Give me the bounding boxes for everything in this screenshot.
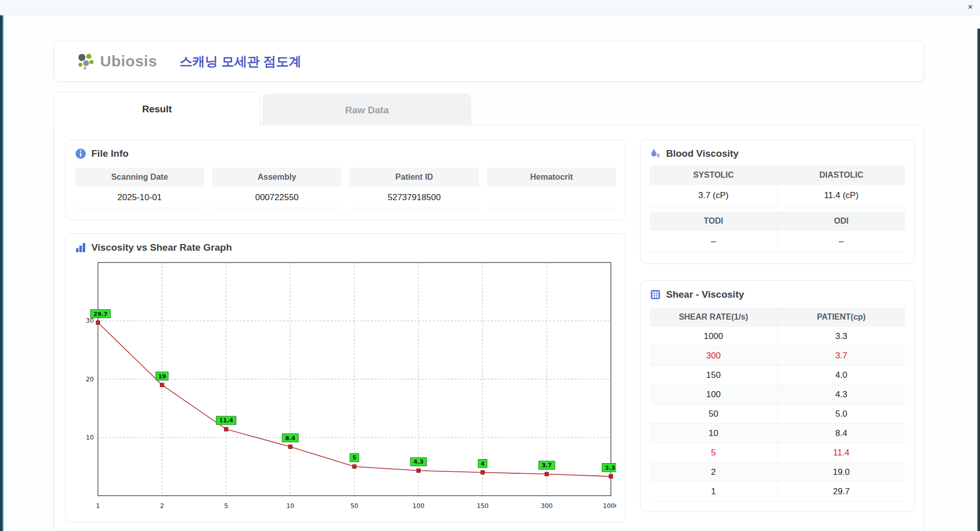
shear-rate-cell: 50 (650, 404, 777, 423)
file-info-section: File Info Scanning Date 2025-10-01 Assem… (65, 139, 626, 220)
patient-cp-cell: 3.3 (777, 327, 905, 346)
shear-rate-cell: 1 (650, 482, 777, 501)
svg-text:8.4: 8.4 (285, 435, 296, 442)
graph-section: Viscosity vs Shear Rate Graph 1020301251… (65, 233, 626, 522)
shear-rate-cell: 2 (650, 463, 777, 481)
col-header-odi: ODI (777, 211, 905, 231)
table-row: TODI ODI (650, 211, 905, 231)
tab-bar: Result Raw Data (54, 92, 471, 126)
content-panel: File Info Scanning Date 2025-10-01 Assem… (54, 125, 924, 531)
svg-text:5: 5 (224, 502, 228, 510)
shear-rate-cell: 300 (650, 346, 777, 365)
col-header-diastolic: DIASTOLIC (777, 165, 905, 185)
app-window: Ubiosis 스캐닝 모세관 점도계 Result Raw Data File… (5, 15, 977, 531)
patient-cp-cell: 29.7 (777, 482, 905, 501)
svg-text:300: 300 (541, 502, 553, 510)
svg-text:4.3: 4.3 (413, 458, 424, 465)
patient-cp-cell: 4.0 (777, 366, 905, 384)
table-row: 2 19.0 (650, 463, 905, 482)
graph-title-text: Viscosity vs Shear Rate Graph (91, 242, 232, 253)
blood-viscosity-title: Blood Viscosity (650, 148, 905, 159)
table-row: SYSTOLIC DIASTOLIC (650, 165, 905, 185)
window-titlebar: × (0, 0, 980, 15)
odi-value: – (777, 231, 905, 252)
table-row: – – (650, 231, 905, 252)
file-info-fields: Scanning Date 2025-10-01 Assembly 000722… (75, 167, 616, 208)
patient-cp-cell: 5.0 (777, 404, 905, 423)
field-patient-id: Patient ID 52737918500 (350, 167, 479, 208)
field-label: Hematocrit (487, 167, 616, 187)
shear-rate-cell: 1000 (650, 327, 777, 346)
svg-text:1: 1 (96, 502, 100, 510)
svg-text:5: 5 (352, 454, 356, 461)
tab-result[interactable]: Result (54, 92, 260, 126)
desktop-edge-right (977, 29, 980, 531)
app-header: Ubiosis 스캐닝 모세관 점도계 (54, 41, 924, 82)
svg-text:4: 4 (481, 461, 485, 467)
table-row: 300 3.7 (650, 346, 905, 366)
info-icon (75, 148, 86, 159)
table-row: 150 4.0 (650, 366, 905, 385)
chart-container: 1020301251050100150300100029.71911.48.45… (75, 257, 616, 518)
table-row: 10 8.4 (650, 424, 905, 443)
table-row: 5 11.4 (650, 443, 905, 463)
svg-text:1000: 1000 (603, 502, 616, 510)
field-label: Patient ID (350, 167, 479, 187)
close-icon[interactable]: × (968, 2, 973, 13)
table-body: 1000 3.3 300 3.7 150 4.0 100 4.3 (650, 327, 905, 501)
patient-cp-cell: 4.3 (777, 385, 905, 404)
tab-raw-data[interactable]: Raw Data (263, 94, 471, 126)
svg-text:20: 20 (86, 376, 94, 383)
col-header-shear-rate: SHEAR RATE(1/s) (650, 307, 777, 327)
shear-rate-cell: 5 (650, 443, 777, 462)
svg-text:2: 2 (160, 502, 164, 510)
blood-viscosity-section: Blood Viscosity SYSTOLIC DIASTOLIC 3.7 (… (640, 139, 915, 264)
field-assembly: Assembly 000722550 (212, 167, 341, 208)
graph-title: Viscosity vs Shear Rate Graph (75, 242, 616, 253)
water-drops-icon (650, 148, 661, 159)
diastolic-value: 11.4 (cP) (777, 185, 905, 206)
shear-viscosity-table: SHEAR RATE(1/s) PATIENT(cp) 1000 3.3 300… (650, 307, 905, 501)
shear-viscosity-title-text: Shear - Viscosity (666, 289, 744, 300)
col-header-patient: PATIENT(cp) (777, 307, 905, 327)
field-value: 52737918500 (350, 187, 479, 208)
svg-text:50: 50 (351, 502, 359, 510)
blood-viscosity-table: SYSTOLIC DIASTOLIC 3.7 (cP) 11.4 (cP) TO… (650, 165, 905, 252)
shear-rate-cell: 10 (650, 424, 777, 443)
blood-viscosity-title-text: Blood Viscosity (666, 148, 739, 159)
viscosity-chart: 1020301251050100150300100029.71911.48.45… (75, 257, 616, 518)
bar-chart-icon (75, 242, 86, 253)
shear-rate-cell: 100 (650, 385, 777, 404)
field-scanning-date: Scanning Date 2025-10-01 (75, 167, 204, 208)
svg-text:150: 150 (477, 502, 488, 510)
table-row: 1000 3.3 (650, 327, 905, 346)
field-value: 2025-10-01 (75, 187, 204, 208)
patient-cp-cell: 11.4 (777, 443, 905, 462)
table-row: 100 4.3 (650, 385, 905, 404)
svg-text:3.7: 3.7 (542, 462, 552, 469)
col-header-systolic: SYSTOLIC (650, 165, 777, 185)
file-info-title: File Info (75, 148, 616, 159)
shear-viscosity-title: Shear - Viscosity (650, 289, 905, 300)
svg-text:10: 10 (286, 502, 295, 510)
patient-cp-cell: 19.0 (777, 463, 905, 481)
patient-cp-cell: 8.4 (777, 424, 905, 443)
file-info-title-text: File Info (91, 148, 129, 159)
field-value: 000722550 (212, 187, 341, 208)
table-row: 3.7 (cP) 11.4 (cP) (650, 185, 905, 206)
field-label: Scanning Date (75, 167, 204, 187)
desktop-edge-left (0, 15, 4, 531)
svg-text:19: 19 (158, 373, 166, 380)
brand-name: Ubiosis (100, 53, 157, 70)
field-value (487, 187, 616, 208)
systolic-value: 3.7 (cP) (650, 185, 777, 206)
todi-value: – (650, 231, 777, 252)
grid-table-icon (650, 289, 661, 300)
field-label: Assembly (212, 167, 341, 187)
svg-text:3.3: 3.3 (605, 465, 615, 471)
field-hematocrit: Hematocrit (487, 167, 616, 208)
shear-viscosity-section: Shear - Viscosity SHEAR RATE(1/s) PATIEN… (640, 280, 915, 512)
table-row: 50 5.0 (650, 404, 905, 424)
col-header-todi: TODI (650, 211, 777, 231)
svg-text:30: 30 (86, 317, 94, 324)
